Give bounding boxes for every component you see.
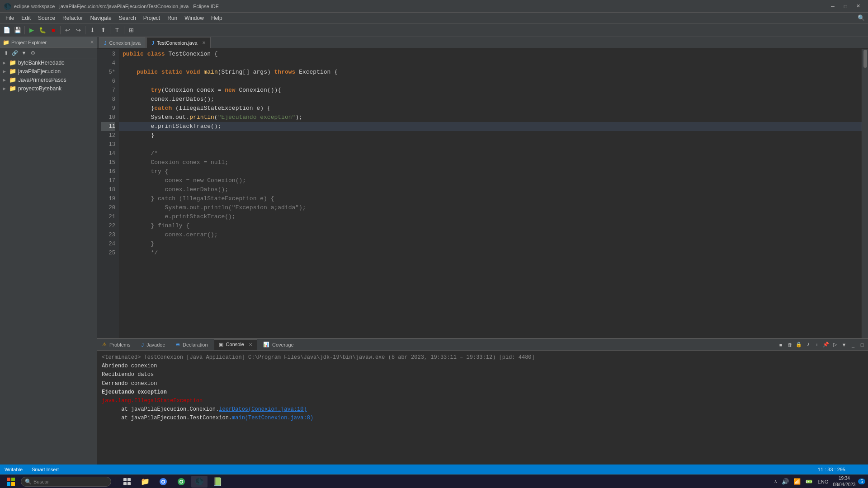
console-word-wrap-btn[interactable]: ⤸ <box>804 341 812 349</box>
toolbar-run[interactable]: ▶ <box>27 25 37 35</box>
tray-lang[interactable]: ENG <box>816 478 830 485</box>
toolbar-redo[interactable]: ↪ <box>73 25 83 35</box>
taskbar-view-button[interactable] <box>119 476 135 488</box>
pe-collapse-all[interactable]: ⬆ <box>2 49 10 57</box>
menu-source[interactable]: Source <box>34 13 59 23</box>
project-explorer: 📁 Project Explorer ✕ ⬆ 🔗 ▼ ⚙ ▶ 📁 byteBan… <box>0 37 97 465</box>
tray-speaker-icon[interactable]: 🔊 <box>781 477 790 486</box>
javadoc-label: Javadoc <box>146 342 165 347</box>
console-terminate-btn[interactable]: ■ <box>777 341 785 349</box>
console-link-main[interactable]: main(TestConexion.java:8) <box>232 415 313 421</box>
tree-item-javaprimeros[interactable]: ▶ 📁 JavaPrimerosPasos <box>0 75 97 84</box>
tree-item-proyectobytebank[interactable]: ▶ 📁 proyectoBytebank <box>0 84 97 93</box>
console-tab-close[interactable]: ✕ <box>249 342 252 347</box>
toolbar-perspective[interactable]: ⊞ <box>126 25 136 35</box>
taskbar-eclipse[interactable]: 🌑 <box>191 476 208 488</box>
toolbar-undo[interactable]: ↩ <box>62 25 72 35</box>
console-view-menu-btn[interactable]: ▼ <box>840 341 848 349</box>
menu-window[interactable]: Window <box>181 13 208 23</box>
menu-edit[interactable]: Edit <box>18 13 34 23</box>
toolbar-debug[interactable]: 🐛 <box>38 25 47 35</box>
console-open-console-btn[interactable]: ▷ <box>831 341 839 349</box>
menu-project[interactable]: Project <box>140 13 164 23</box>
code-line-9: }catch (IllegalStateException e) { <box>119 104 862 113</box>
linenum-14: 14 <box>101 149 115 158</box>
tab-coverage[interactable]: 📊 Coverage <box>258 339 299 350</box>
menu-run[interactable]: Run <box>164 13 181 23</box>
menu-help[interactable]: Help <box>208 13 226 23</box>
taskbar-search-box[interactable]: 🔍 Buscar <box>21 477 111 487</box>
linenum-24: 24 <box>101 239 115 249</box>
main-layout: 📁 Project Explorer ✕ ⬆ 🔗 ▼ ⚙ ▶ 📁 byteBan… <box>0 37 868 465</box>
svg-rect-1 <box>11 478 15 481</box>
taskbar-chrome-variant[interactable] <box>173 476 189 488</box>
start-button[interactable] <box>3 476 19 488</box>
linenum-9: 9 <box>101 104 115 113</box>
tray-datetime[interactable]: 19:34 08/04/2023 <box>833 475 855 488</box>
code-line-10: System.out.println("Ejecutando exception… <box>119 113 862 122</box>
pe-close-button[interactable]: ✕ <box>90 39 94 45</box>
linenum-22: 22 <box>101 221 115 230</box>
console-pin-btn[interactable]: 📌 <box>822 341 830 349</box>
code-content[interactable]: public class TestConexion { public stati… <box>119 49 862 338</box>
menu-file[interactable]: File <box>2 13 18 23</box>
toolbar-prev-annotation[interactable]: ⬆ <box>98 25 108 35</box>
console-new-console-btn[interactable]: + <box>813 341 821 349</box>
code-line-17: conex = new Conexion(); <box>119 176 862 185</box>
toolbar-stop[interactable]: ■ <box>48 25 58 35</box>
toolbar-open-type[interactable]: T <box>112 25 122 35</box>
tray-notification[interactable]: 5 <box>858 479 865 484</box>
menu-search[interactable]: Search <box>115 13 140 23</box>
proyectobytebank-arrow: ▶ <box>3 86 7 91</box>
code-line-12: } <box>119 131 862 140</box>
tab-console[interactable]: ▣ Console ✕ <box>214 339 257 350</box>
tree-item-bytebank[interactable]: ▶ 📁 byteBankHeredado <box>0 58 97 67</box>
search-text: Buscar <box>33 479 49 484</box>
bottom-maximize-btn[interactable]: □ <box>858 341 866 349</box>
declaration-icon: ⊕ <box>176 342 180 347</box>
toolbar-new[interactable]: 📄 <box>2 25 12 35</box>
menu-refactor[interactable]: Refactor <box>59 13 86 23</box>
linenum-11: 11 <box>101 122 115 131</box>
code-line-8: conex.leerDatos(); <box>119 95 862 104</box>
pe-header: 📁 Project Explorer ✕ <box>0 37 97 48</box>
tab-conexion[interactable]: J Conexion.java <box>99 37 146 48</box>
tab-javadoc[interactable]: J Javadoc <box>136 339 170 350</box>
conexion-tab-icon: J <box>104 40 107 46</box>
pe-view-menu[interactable]: ▼ <box>20 49 28 57</box>
console-scroll-lock-btn[interactable]: 🔒 <box>795 341 803 349</box>
linenum-15: 15 <box>101 158 115 167</box>
linenum-6: 6 <box>101 77 115 86</box>
toolbar-save[interactable]: 💾 <box>13 25 23 35</box>
tray-network-icon[interactable]: 📶 <box>793 477 802 486</box>
code-line-23: conex.cerrar(); <box>119 230 862 239</box>
line-numbers: 3 4 5* 6 7 8 9 10 11 12 13 14 15 16 17 1… <box>97 49 119 338</box>
tree-item-javapila[interactable]: ▶ 📁 javaPilaEjecucion <box>0 67 97 75</box>
console-link-leerDatos[interactable]: leerDatos(Conexion.java:10) <box>219 406 307 413</box>
menu-navigate[interactable]: Navigate <box>86 13 115 23</box>
bottom-minimize-btn[interactable]: _ <box>849 341 857 349</box>
code-editor[interactable]: 3 4 5* 6 7 8 9 10 11 12 13 14 15 16 17 1… <box>97 49 868 338</box>
taskbar-file-explorer[interactable]: 📁 <box>137 476 153 488</box>
tray-battery-icon[interactable]: 🔋 <box>804 477 813 486</box>
toolbar-next-annotation[interactable]: ⬇ <box>87 25 97 35</box>
pe-link-with-editor[interactable]: 🔗 <box>11 49 19 57</box>
taskbar-excel[interactable]: 📗 <box>209 476 226 488</box>
search-icon[interactable]: 🔍 <box>856 13 866 23</box>
tab-problems[interactable]: ⚠ Problems <box>97 339 135 350</box>
tray-show-hidden[interactable]: ∧ <box>773 478 778 485</box>
console-clear-btn[interactable]: 🗑 <box>786 341 794 349</box>
linenum-4: 4 <box>101 59 115 68</box>
editor-area: J Conexion.java J TestConexion.java ✕ 3 … <box>97 37 868 465</box>
tab-declaration[interactable]: ⊕ Declaration <box>171 339 213 350</box>
testconexion-tab-close[interactable]: ✕ <box>202 40 206 45</box>
console-line-exception-class[interactable]: java.lang.IllegalStateException <box>102 397 863 405</box>
close-button[interactable]: ✕ <box>852 0 864 13</box>
linenum-8: 8 <box>101 95 115 104</box>
tab-testconexion[interactable]: J TestConexion.java ✕ <box>146 37 210 48</box>
right-scroll-indicator[interactable] <box>862 49 868 338</box>
minimize-button[interactable]: ─ <box>826 0 839 13</box>
taskbar-chrome[interactable] <box>155 476 171 488</box>
maximize-button[interactable]: □ <box>839 0 852 13</box>
pe-filters[interactable]: ⚙ <box>29 49 37 57</box>
